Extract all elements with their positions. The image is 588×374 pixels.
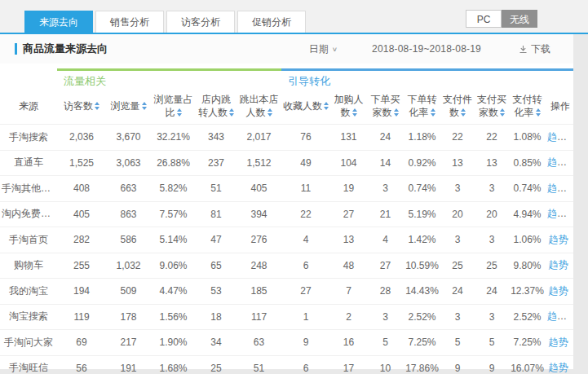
detail-link[interactable]: 详情 <box>571 310 575 322</box>
cell-paid-rate: 4.94% <box>509 209 546 220</box>
wireless-toggle-button[interactable]: 无线 <box>502 10 537 28</box>
cell-in-shop-jumps: 47 <box>196 234 237 245</box>
date-range-value[interactable]: 2018-08-19~2018-08-19 <box>372 43 481 55</box>
cell-actions: 趋势 <box>546 361 575 374</box>
cell-pageviews: 863 <box>106 209 151 220</box>
cell-actions: 趋势 <box>546 233 575 247</box>
cell-pv-ratio: 4.47% <box>151 285 196 297</box>
cell-bounces: 394 <box>237 209 281 220</box>
cell-actions: 趋势 <box>546 336 575 350</box>
trend-link[interactable]: 趋势 <box>547 208 567 219</box>
cell-bounces: 63 <box>237 337 281 348</box>
col-header-favorites[interactable]: 收藏人数 <box>281 99 330 112</box>
cell-order-rate: 10.59% <box>404 260 440 271</box>
chevron-down-icon: ∨ <box>332 46 338 53</box>
col-header-visitors[interactable]: 访客数 <box>57 99 106 112</box>
cell-source: 购物车 <box>0 258 57 272</box>
sort-icon[interactable] <box>267 108 272 117</box>
cell-paid-items: 25 <box>440 260 475 271</box>
sort-icon[interactable] <box>461 108 466 117</box>
col-header-paid-items[interactable]: 支付件数 <box>440 93 475 119</box>
cell-pv-ratio: 5.14% <box>151 234 196 245</box>
cell-pv-ratio: 32.21% <box>151 131 196 143</box>
cell-visitors: 255 <box>57 260 106 271</box>
tab-sales-analysis[interactable]: 销售分析 <box>95 11 164 33</box>
col-header-paid-buyers[interactable]: 支付买家数 <box>475 93 509 119</box>
tab-visitor-analysis[interactable]: 访客分析 <box>166 11 235 33</box>
trend-link[interactable]: 趋势 <box>547 156 567 168</box>
tab-promotion-analysis[interactable]: 促销分析 <box>237 11 306 33</box>
cell-visitors: 1,525 <box>57 157 106 169</box>
col-header-in-shop-jumps[interactable]: 店内跳转人数 <box>196 93 237 119</box>
sort-icon[interactable] <box>536 108 541 117</box>
cell-bounces: 405 <box>237 183 281 194</box>
cell-order-buyers: 3 <box>367 183 404 194</box>
cell-in-shop-jumps: 51 <box>196 183 237 194</box>
cell-paid-items: 3 <box>440 311 475 323</box>
cell-paid-items: 24 <box>440 285 475 297</box>
sort-icon[interactable] <box>431 108 435 117</box>
cell-source: 手淘首页 <box>0 233 57 247</box>
col-header-bounces[interactable]: 跳出本店人数 <box>237 93 281 119</box>
cell-visitors: 405 <box>57 209 106 220</box>
cell-paid-buyers: 9 <box>475 363 509 374</box>
sort-icon[interactable] <box>142 102 147 110</box>
trend-link[interactable]: 趋势 <box>549 234 568 245</box>
page-title: 商品流量来源去向 <box>23 42 108 56</box>
column-group-row: 流量相关 引导转化 <box>0 68 573 88</box>
detail-link[interactable]: 详情 <box>571 156 575 168</box>
download-icon <box>519 45 528 54</box>
group-spacer <box>0 68 57 88</box>
cell-paid-rate: 9.80% <box>509 260 546 271</box>
sort-icon[interactable] <box>177 108 182 117</box>
sort-icon[interactable] <box>95 102 99 110</box>
cell-paid-buyers: 22 <box>475 131 509 143</box>
col-header-pageviews[interactable]: 浏览量 <box>106 99 151 112</box>
cell-visitors: 408 <box>57 183 106 194</box>
trend-link[interactable]: 趋势 <box>547 310 567 322</box>
cell-source: 手淘其他店铺... <box>0 182 57 196</box>
download-button[interactable]: 下载 <box>519 42 550 56</box>
col-header-order-rate[interactable]: 下单转化率 <box>404 93 440 119</box>
sort-icon[interactable] <box>324 102 329 110</box>
cell-order-rate: 0.74% <box>404 183 440 194</box>
section-header-row: 商品流量来源去向 日期 ∨ 2018-08-19~2018-08-19 下载 <box>0 34 573 64</box>
pc-toggle-button[interactable]: PC <box>466 10 502 28</box>
group-guided-conversion: 引导转化 <box>281 68 573 88</box>
trend-link[interactable]: 趋势 <box>547 183 567 194</box>
detail-link[interactable]: 详情 <box>571 131 575 143</box>
sort-icon[interactable] <box>229 108 234 117</box>
detail-link[interactable]: 详情 <box>571 208 575 219</box>
trend-link[interactable]: 趋势 <box>549 337 568 348</box>
cell-bounces: 248 <box>237 260 281 271</box>
detail-link[interactable]: 详情 <box>571 183 575 194</box>
table-row: 淘宝搜索 119 178 1.56% 18 117 1 2 3 2.52% 3 … <box>0 304 573 330</box>
col-header-cart-adds[interactable]: 加购人数 <box>330 93 367 119</box>
tab-source-destination[interactable]: 来源去向 <box>24 11 93 33</box>
cell-paid-items: 20 <box>440 209 475 220</box>
group-traffic-related: 流量相关 <box>57 68 281 88</box>
tab-bar: 来源去向 销售分析 访客分析 促销分析 <box>24 11 308 33</box>
date-dropdown[interactable]: 日期 ∨ <box>309 42 338 56</box>
table-row: 购物车 255 1,032 9.06% 65 248 6 48 27 10.59… <box>0 253 573 279</box>
sort-icon[interactable] <box>352 108 357 117</box>
cell-paid-items: 3 <box>440 183 475 194</box>
trend-link[interactable]: 趋势 <box>549 259 568 271</box>
cell-paid-buyers: 3 <box>475 234 509 245</box>
table-row: 手淘旺信 56 191 1.68% 25 51 6 17 10 17.86% 9… <box>0 355 573 374</box>
col-header-paid-rate[interactable]: 支付转化率 <box>509 93 546 119</box>
col-header-pv-ratio[interactable]: 浏览量占比 <box>151 93 196 119</box>
cell-favorites: 76 <box>281 131 330 143</box>
cell-visitors: 119 <box>57 311 106 323</box>
sort-icon[interactable] <box>500 108 505 117</box>
trend-link[interactable]: 趋势 <box>547 131 567 143</box>
col-header-source: 来源 <box>0 99 57 112</box>
date-dropdown-label: 日期 <box>309 42 329 56</box>
col-header-order-buyers[interactable]: 下单买家数 <box>367 93 404 119</box>
sort-icon[interactable] <box>394 108 399 117</box>
table-row: 手淘首页 282 586 5.14% 47 276 4 13 4 1.42% 3… <box>0 227 573 253</box>
trend-link[interactable]: 趋势 <box>549 285 568 297</box>
download-label: 下载 <box>531 42 550 56</box>
date-controls: 日期 ∨ 2018-08-19~2018-08-19 下载 <box>309 42 550 56</box>
trend-link[interactable]: 趋势 <box>549 362 568 373</box>
